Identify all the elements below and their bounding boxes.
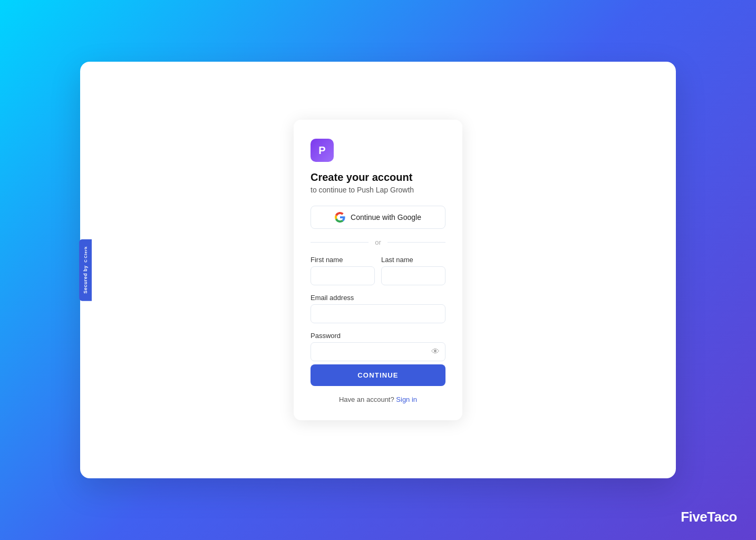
divider-line-left <box>311 242 369 243</box>
secured-badge: Secured by C Clerk <box>79 239 92 301</box>
email-group: Email address <box>311 294 445 323</box>
page-title: Create your account <box>311 171 445 184</box>
fivetaco-branding: FiveTaco <box>681 509 737 525</box>
modal-card: P Create your account to continue to Pus… <box>294 120 462 420</box>
have-account-text: Have an account? <box>339 396 394 403</box>
email-label: Email address <box>311 294 445 302</box>
last-name-label: Last name <box>381 256 445 264</box>
continue-button[interactable]: CONTINUE <box>311 364 445 386</box>
sign-in-section: Have an account? Sign in <box>311 396 445 403</box>
outer-card: Secured by C Clerk P Create your account… <box>80 62 676 478</box>
password-label: Password <box>311 332 445 340</box>
first-name-group: First name <box>311 256 375 285</box>
password-wrapper: 👁 <box>311 342 445 361</box>
divider-label: or <box>375 238 381 246</box>
password-input[interactable] <box>311 342 445 361</box>
title-block: Create your account to continue to Push … <box>311 171 445 194</box>
last-name-group: Last name <box>381 256 445 285</box>
clerk-logo: C Clerk <box>83 246 88 263</box>
secured-by-text: Secured by <box>83 265 88 294</box>
google-icon <box>335 212 345 223</box>
sign-in-link[interactable]: Sign in <box>396 396 417 403</box>
divider: or <box>311 238 445 246</box>
google-sign-in-button[interactable]: Continue with Google <box>311 206 445 229</box>
first-name-label: First name <box>311 256 375 264</box>
app-icon: P <box>311 139 334 162</box>
last-name-input[interactable] <box>381 266 445 285</box>
name-row: First name Last name <box>311 256 445 285</box>
divider-line-right <box>387 242 445 243</box>
email-input[interactable] <box>311 304 445 323</box>
page-subtitle: to continue to Push Lap Growth <box>311 186 445 194</box>
google-button-label: Continue with Google <box>351 213 421 221</box>
show-password-icon[interactable]: 👁 <box>431 347 440 356</box>
first-name-input[interactable] <box>311 266 375 285</box>
password-group: Password 👁 <box>311 332 445 361</box>
